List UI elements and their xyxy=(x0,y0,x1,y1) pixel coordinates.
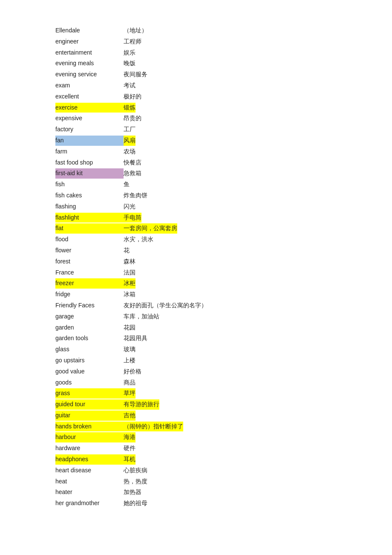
vocab-row: entertainment娱乐 xyxy=(55,48,337,58)
vocab-row: grass草坪 xyxy=(55,388,337,399)
vocab-row: factory工厂 xyxy=(55,124,337,135)
vocab-row: farm农场 xyxy=(55,147,337,157)
vocab-row: fridge冰箱 xyxy=(55,289,337,300)
english-term: expensive xyxy=(55,113,124,124)
vocab-row: go upstairs上楼 xyxy=(55,356,337,366)
english-term: goods xyxy=(55,378,124,388)
vocab-row: garden花园 xyxy=(55,323,337,333)
vocab-row: flood水灾，洪水 xyxy=(55,234,337,245)
chinese-translation: 炸鱼肉饼 xyxy=(124,191,147,201)
vocab-row: good value好价格 xyxy=(55,367,337,377)
english-term: factory xyxy=(55,124,124,135)
vocab-row: headphones耳机 xyxy=(55,454,337,465)
chinese-translation: 友好的面孔（学生公寓的名字） xyxy=(124,301,207,311)
english-term: heater xyxy=(55,487,124,497)
english-term: first-aid kit xyxy=(55,168,124,179)
chinese-translation: 考试 xyxy=(124,81,135,91)
chinese-translation: 森林 xyxy=(124,257,135,267)
english-term: flower xyxy=(55,246,124,256)
vocab-row: expensive昂贵的 xyxy=(55,113,337,124)
chinese-translation: 海港 xyxy=(124,432,135,442)
chinese-translation: 花 xyxy=(124,246,130,256)
vocab-row: goods商品 xyxy=(55,378,337,388)
chinese-translation: 水灾，洪水 xyxy=(124,234,153,245)
chinese-translation: 急救箱 xyxy=(124,168,141,179)
vocab-row: glass玻璃 xyxy=(55,344,337,355)
english-term: harbour xyxy=(55,432,124,442)
chinese-translation: 快餐店 xyxy=(124,158,141,168)
vocab-row: garden tools花园用具 xyxy=(55,333,337,344)
vocab-row: forest森林 xyxy=(55,257,337,267)
english-term: fish cakes xyxy=(55,191,124,201)
vocab-row: France法国 xyxy=(55,268,337,278)
vocab-row: evening meals晚饭 xyxy=(55,58,337,69)
chinese-translation: 车库，加油站 xyxy=(124,312,159,322)
chinese-translation: 热，热度 xyxy=(124,477,147,487)
english-term: exercise xyxy=(55,103,124,113)
english-term: fast food shop xyxy=(55,158,124,168)
vocab-row: guided tour有导游的旅行 xyxy=(55,399,337,410)
english-term: evening meals xyxy=(55,58,124,69)
vocab-row: harbour海港 xyxy=(55,432,337,442)
english-term: flat xyxy=(55,223,124,234)
chinese-translation: 花园用具 xyxy=(124,333,147,344)
chinese-translation: 晚饭 xyxy=(124,58,135,69)
english-term: go upstairs xyxy=(55,356,124,366)
english-term: garden xyxy=(55,323,124,333)
chinese-translation: 耳机 xyxy=(124,454,135,465)
vocab-row: Ellendale（地址） xyxy=(55,26,337,36)
vocab-row: exercise锻炼 xyxy=(55,103,337,113)
chinese-translation: 工厂 xyxy=(124,124,135,135)
english-term: guitar xyxy=(55,410,124,421)
english-term: garage xyxy=(55,312,124,322)
english-term: exam xyxy=(55,81,124,91)
english-term: farm xyxy=(55,147,124,157)
chinese-translation: 工程师 xyxy=(124,37,141,47)
vocab-row: fish cakes炸鱼肉饼 xyxy=(55,191,337,201)
chinese-translation: 手电筒 xyxy=(124,213,141,223)
english-term: excellent xyxy=(55,92,124,102)
vocab-row: excellent极好的 xyxy=(55,92,337,102)
chinese-translation: 锻炼 xyxy=(124,103,135,113)
vocab-row: flashlight手电筒 xyxy=(55,213,337,223)
english-term: flashing xyxy=(55,202,124,212)
chinese-translation: 好价格 xyxy=(124,367,141,377)
vocab-row: flat一套房间，公寓套房 xyxy=(55,223,337,234)
chinese-translation: 昂贵的 xyxy=(124,113,141,124)
english-term: forest xyxy=(55,257,124,267)
english-term: heat xyxy=(55,477,124,487)
chinese-translation: 娱乐 xyxy=(124,48,135,58)
english-term: entertainment xyxy=(55,48,124,58)
english-term: flashlight xyxy=(55,213,124,223)
english-term: hardware xyxy=(55,443,124,454)
chinese-translation: 极好的 xyxy=(124,92,141,102)
english-term: Friendly Faces xyxy=(55,301,124,311)
english-term: her grandmother xyxy=(55,498,124,509)
vocab-row: engineer工程师 xyxy=(55,37,337,47)
english-term: hands broken xyxy=(55,422,124,432)
chinese-translation: 法国 xyxy=(124,268,135,278)
chinese-translation: （地址） xyxy=(124,26,147,36)
english-term: headphones xyxy=(55,454,124,465)
english-term: fan xyxy=(55,136,124,146)
vocab-row: heater加热器 xyxy=(55,487,337,497)
chinese-translation: 闪光 xyxy=(124,202,135,212)
english-term: evening service xyxy=(55,69,124,80)
vocab-row: flower花 xyxy=(55,246,337,256)
chinese-translation: 草坪 xyxy=(124,388,135,399)
chinese-translation: 有导游的旅行 xyxy=(124,399,159,410)
english-term: fridge xyxy=(55,289,124,300)
vocab-row: Friendly Faces友好的面孔（学生公寓的名字） xyxy=(55,301,337,311)
chinese-translation: 玻璃 xyxy=(124,344,135,355)
chinese-translation: 冰柜 xyxy=(124,278,135,289)
chinese-translation: 加热器 xyxy=(124,487,141,497)
vocab-row: freezer冰柜 xyxy=(55,278,337,289)
english-term: glass xyxy=(55,344,124,355)
vocab-row: garage车库，加油站 xyxy=(55,312,337,322)
vocab-row: fish鱼 xyxy=(55,179,337,190)
chinese-translation: 冰箱 xyxy=(124,289,135,300)
vocab-row: her grandmother她的祖母 xyxy=(55,498,337,509)
english-term: Ellendale xyxy=(55,26,124,36)
chinese-translation: 花园 xyxy=(124,323,135,333)
english-term: engineer xyxy=(55,37,124,47)
